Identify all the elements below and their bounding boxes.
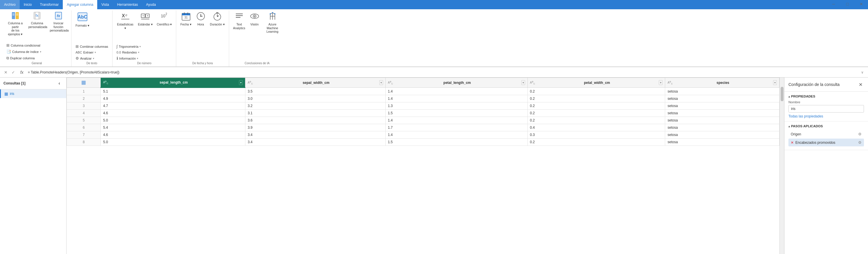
step-encabezados[interactable]: ✕ Encabezados promovidos ⚙ bbox=[788, 138, 864, 147]
cell-petal_length_cm: 1.4 bbox=[385, 95, 527, 102]
vision-label: Visión bbox=[250, 23, 258, 26]
menu-item-agregar[interactable]: Agregar columna bbox=[63, 0, 97, 9]
col-header-sepal-length[interactable]: ABC sepal_length_cm ▾ bbox=[101, 78, 245, 88]
row-number: 8 bbox=[67, 138, 101, 146]
cell-sepal_length_cm: 5.0 bbox=[101, 138, 245, 146]
svg-point-47 bbox=[274, 13, 275, 14]
table-row[interactable]: 24.93.01.40.2setosa bbox=[67, 95, 779, 102]
svg-point-42 bbox=[254, 15, 255, 17]
cell-petal_width_cm: 0.2 bbox=[527, 95, 665, 102]
sepal-length-filter[interactable]: ▾ bbox=[239, 80, 243, 85]
duplicar-col-button[interactable]: ⧉ Duplicar columna bbox=[5, 55, 69, 61]
fecha-button[interactable]: 31 Fecha ▾ bbox=[179, 10, 193, 28]
table-row[interactable]: 34.73.21.30.2setosa bbox=[67, 102, 779, 109]
formato-label: Formato ▾ bbox=[75, 24, 89, 28]
azure-ml-button[interactable]: Azure MachineLearning bbox=[262, 10, 283, 35]
table-row[interactable]: 15.13.51.40.2setosa bbox=[67, 88, 779, 95]
menu-item-archivo[interactable]: Archivo bbox=[0, 0, 20, 9]
extraer-button[interactable]: ABC Extraer ▾ bbox=[74, 50, 110, 55]
col-personalizada-button[interactable]: fx Columnapersonalizada bbox=[27, 10, 48, 30]
step-encabezados-gear-icon[interactable]: ⚙ bbox=[858, 140, 862, 145]
cell-sepal_length_cm: 4.6 bbox=[101, 109, 245, 117]
ribbon-group-numero: X σ Estadísticas ▾ + × bbox=[113, 10, 177, 67]
species-filter[interactable]: ▾ bbox=[773, 80, 777, 85]
petal-width-filter[interactable]: ▾ bbox=[659, 80, 662, 85]
estandar-label: Estándar ▾ bbox=[138, 23, 153, 26]
formula-expand-button[interactable]: ∨ bbox=[859, 69, 866, 76]
table-row[interactable]: 85.03.41.50.2setosa bbox=[67, 138, 779, 146]
col-indice-label: Columna de índice bbox=[12, 50, 39, 54]
formula-confirm-button[interactable]: ✓ bbox=[10, 69, 17, 76]
col-header-species[interactable]: ABC species ▾ bbox=[665, 78, 779, 88]
sidebar: Consultas [1] ‹ ▦ iris bbox=[0, 77, 66, 254]
sidebar-item-iris[interactable]: ▦ iris bbox=[0, 89, 66, 98]
step-origen-gear-icon[interactable]: ⚙ bbox=[858, 132, 862, 136]
azure-ml-label: Azure MachineLearning bbox=[264, 23, 281, 34]
trigonometria-button[interactable]: ∫ Trigonometría ▾ bbox=[115, 43, 174, 50]
todas-propiedades-link[interactable]: Todas las propiedades bbox=[788, 114, 823, 118]
formato-icon: AbC bbox=[77, 11, 88, 23]
svg-point-31 bbox=[200, 15, 202, 17]
col-indice-button[interactable]: 📑 Columna de índice ▾ bbox=[5, 49, 69, 55]
duracion-button[interactable]: Duración ▾ bbox=[208, 10, 226, 28]
cell-sepal_width_cm: 3.4 bbox=[245, 131, 385, 138]
pasos-section: ▴ PASOS APLICADOS Origen ⚙ ✕ Encabezados… bbox=[784, 122, 868, 150]
step-encabezados-x-icon[interactable]: ✕ bbox=[791, 140, 794, 145]
informacion-button[interactable]: ℹ Información ▾ bbox=[115, 55, 174, 61]
col-header-sepal-width[interactable]: ABC sepal_width_cm ▾ bbox=[245, 78, 385, 88]
menu-item-vista[interactable]: Vista bbox=[97, 0, 113, 9]
table-row[interactable]: 65.43.91.70.4setosa bbox=[67, 124, 779, 131]
cell-sepal_length_cm: 5.0 bbox=[101, 117, 245, 124]
nombre-input[interactable] bbox=[788, 105, 864, 113]
hora-button[interactable]: Hora bbox=[194, 10, 208, 28]
combinar-col-label: Combinar columnas bbox=[80, 45, 108, 48]
formula-cancel-button[interactable]: ✕ bbox=[2, 69, 9, 76]
vertical-scrollbar[interactable] bbox=[779, 77, 784, 254]
text-analytics-button[interactable]: TextAnalytics bbox=[231, 10, 247, 31]
formato-button[interactable]: AbC Formato ▾ bbox=[74, 10, 91, 29]
menu-item-transformar[interactable]: Transformar bbox=[36, 0, 63, 9]
estandar-button[interactable]: + × Estándar ▾ bbox=[136, 10, 155, 28]
petal-length-label: petal_length_cm bbox=[394, 81, 520, 85]
ribbon-fechahora-buttons: 31 Fecha ▾ Hora bbox=[179, 10, 226, 67]
menu-item-herramientas[interactable]: Herramientas bbox=[113, 0, 142, 9]
fecha-icon: 31 bbox=[181, 11, 191, 22]
row-number: 3 bbox=[67, 102, 101, 109]
table-row[interactable]: 74.63.41.40.3setosa bbox=[67, 131, 779, 138]
numero-group-label: De número bbox=[113, 61, 176, 66]
step-origen-label: Origen bbox=[791, 132, 801, 136]
step-origen[interactable]: Origen ⚙ bbox=[788, 130, 864, 138]
menu-item-inicio[interactable]: Inicio bbox=[20, 0, 36, 9]
formula-input[interactable] bbox=[27, 70, 857, 74]
cell-petal_length_cm: 1.4 bbox=[385, 117, 527, 124]
sepal-width-filter[interactable]: ▾ bbox=[379, 80, 383, 85]
col-ejemplos-button[interactable]: Columna a partirde los ejemplos ▾ bbox=[5, 10, 26, 37]
minimize-button[interactable]: ─ bbox=[827, 0, 840, 9]
invocar-fn-button[interactable]: fx Invocar funciónpersonalizada bbox=[48, 10, 69, 34]
right-panel-close-button[interactable]: ✕ bbox=[857, 81, 864, 88]
cientifico-button[interactable]: 10 2 Científico ▾ bbox=[155, 10, 174, 28]
maximize-button[interactable]: □ bbox=[841, 0, 854, 9]
informacion-label: Información bbox=[119, 57, 136, 60]
cell-petal_length_cm: 1.5 bbox=[385, 138, 527, 146]
table-row[interactable]: 55.03.61.40.2setosa bbox=[67, 117, 779, 124]
cell-sepal_width_cm: 3.2 bbox=[245, 102, 385, 109]
estadisticas-icon: X σ bbox=[121, 11, 130, 22]
redondeo-button[interactable]: 0.0 Redondeo ▾ bbox=[115, 50, 174, 55]
sidebar-collapse-button[interactable]: ‹ bbox=[56, 80, 63, 87]
close-button[interactable]: ✕ bbox=[855, 0, 868, 9]
analizar-button[interactable]: ⚙ Analizar ▾ bbox=[74, 55, 110, 61]
data-table-container[interactable]: ABC sepal_length_cm ▾ ABC sepal_width_cm… bbox=[66, 77, 779, 254]
combinar-col-button[interactable]: ⊞ Combinar columnas bbox=[74, 43, 110, 50]
estadisticas-button[interactable]: X σ Estadísticas ▾ bbox=[115, 10, 136, 31]
col-header-petal-width[interactable]: ABC petal_width_cm ▾ bbox=[527, 78, 665, 88]
cell-petal_width_cm: 0.2 bbox=[527, 138, 665, 146]
col-personalizada-label: Columnapersonalizada bbox=[28, 22, 46, 29]
scroll-thumb[interactable] bbox=[781, 87, 783, 101]
table-row[interactable]: 44.63.11.50.2setosa bbox=[67, 109, 779, 117]
menu-item-ayuda[interactable]: Ayuda bbox=[142, 0, 160, 9]
col-condicional-button[interactable]: ⊞ Columna condicional bbox=[5, 42, 69, 48]
vision-button[interactable]: Visión bbox=[248, 10, 261, 28]
petal-length-filter[interactable]: ▾ bbox=[521, 80, 525, 85]
col-header-petal-length[interactable]: ABC petal_length_cm ▾ bbox=[385, 78, 527, 88]
